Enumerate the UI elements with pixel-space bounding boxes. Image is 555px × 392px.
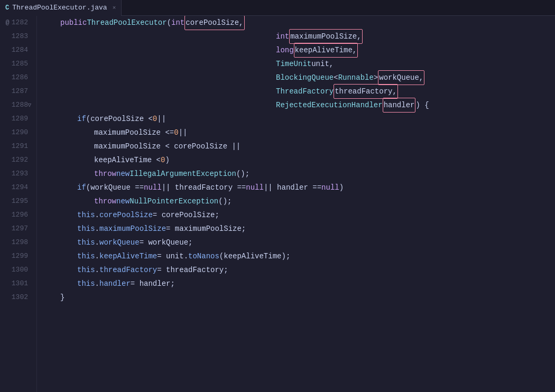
tab-bar: C ThreadPoolExecutor.java × [0, 0, 555, 16]
kw-if-2: if [77, 181, 86, 194]
param-threadfactory-box: threadFactory, [334, 84, 398, 99]
param-threadfactory: threadFactory, [335, 87, 397, 96]
gutter-line-1283: 1283 [0, 30, 32, 43]
line-num-1301: 1301 [12, 277, 28, 291]
line-num-1298: 1298 [12, 236, 28, 249]
code-line-1300: this . threadFactory = threadFactory; [43, 263, 555, 277]
bookmark-icon-1288: ▽ [27, 98, 31, 112]
line-num-1287: 1287 [12, 85, 28, 98]
gutter-line-1282: @ 1282 [0, 16, 32, 30]
code-line-1296: this . corePoolSize = corePoolSize; [43, 208, 555, 222]
param-corepoolsize: corePoolSize, [186, 18, 243, 27]
gutter-line-1284: 1284 [0, 43, 32, 57]
line-num-1299: 1299 [12, 249, 28, 263]
cond-paren-1: (corePoolSize < [86, 112, 153, 126]
gutter-line-1291: 1291 [0, 139, 32, 153]
code-line-1290: maximumPoolSize <= 0 || [43, 126, 555, 139]
param-workqueue-box: workQueue, [378, 70, 424, 85]
line-num-1291: 1291 [12, 139, 28, 153]
assign-5: = threadFactory; [157, 263, 228, 277]
this-dot-4: . [95, 249, 99, 263]
op-or-1: || [157, 112, 166, 126]
param-unit: unit, [311, 57, 334, 71]
type-nullpointer: NullPointerException [130, 194, 218, 208]
cond-paren-close: ) [165, 153, 169, 167]
op-or-2: || [179, 126, 188, 139]
line-num-1283: 1283 [12, 30, 28, 43]
kw-this-4: this [77, 249, 95, 263]
kw-this-6: this [77, 277, 95, 291]
method-tonanos: toNanos [188, 249, 219, 263]
kw-null-1: null [144, 181, 162, 194]
type-threadpoolexecutor: ThreadPoolExecutor [87, 16, 166, 30]
line-num-1290: 1290 [12, 126, 28, 139]
editor-area: @ 1282 1283 1284 1285 1286 1287 1288 ▽ 1… [0, 16, 555, 392]
gutter-line-1286: 1286 [0, 71, 32, 85]
line-num-1284: 1284 [12, 43, 28, 57]
param-handler: handler [384, 101, 415, 109]
line-num-1292: 1292 [12, 153, 28, 167]
code-content: public ThreadPoolExecutor ( int corePool… [37, 16, 555, 392]
generic-close: > [374, 71, 378, 85]
kw-this-1: this [77, 208, 95, 222]
file-tab[interactable]: C ThreadPoolExecutor.java × [0, 0, 122, 16]
kw-this-3: this [77, 236, 95, 249]
field-maxpoolsize: maximumPoolSize [99, 222, 166, 236]
kw-this-2: this [77, 222, 95, 236]
line-num-1297: 1297 [12, 222, 28, 236]
type-threadfactory: ThreadFactory [276, 85, 334, 98]
gutter-line-1299: 1299 [0, 249, 32, 263]
line-num-1295: 1295 [12, 194, 28, 208]
type-timeunit: TimeUnit [276, 57, 311, 71]
num-0-3: 0 [161, 153, 165, 167]
code-line-1289: if (corePoolSize < 0 || [43, 112, 555, 126]
gutter-line-1287: 1287 [0, 85, 32, 98]
code-line-1297: this . maximumPoolSize = maximumPoolSize… [43, 222, 555, 236]
gutter-line-1288: 1288 ▽ [0, 98, 32, 112]
type-illegalarg: IllegalArgumentException [130, 167, 236, 181]
kw-if-1: if [77, 112, 86, 126]
gutter-line-1290: 1290 [0, 126, 32, 139]
kw-throw-1: throw [94, 167, 116, 181]
line-num-1293: 1293 [12, 167, 28, 181]
type-runnable: Runnable [338, 71, 374, 85]
code-line-1299: this . keepAliveTime = unit. toNanos (ke… [43, 249, 555, 263]
kw-this-5: this [77, 263, 95, 277]
code-line-1302: } [43, 291, 555, 304]
param-handler-box: handler [383, 98, 416, 113]
paren-open: ( [167, 16, 171, 30]
line-num-1286: 1286 [12, 71, 28, 85]
code-line-1284: long keepAliveTime, [43, 43, 555, 57]
line-num-1302: 1302 [12, 291, 28, 304]
op-or-3: || threadFactory == [162, 181, 246, 194]
close-icon[interactable]: × [113, 5, 116, 11]
line-num-1296: 1296 [12, 208, 28, 222]
code-line-1298: this . workQueue = workQueue; [43, 236, 555, 249]
tab-file-icon: C [5, 4, 9, 12]
line-num-1300: 1300 [12, 263, 28, 277]
assign-1: = corePoolSize; [153, 208, 219, 222]
closing-brace: } [60, 291, 64, 304]
tab-file-label: ThreadPoolExecutor.java [12, 4, 107, 12]
assign-6: = handler; [131, 277, 175, 291]
gutter-line-1301: 1301 [0, 277, 32, 291]
generic-runnable: < [334, 71, 338, 85]
gutter-line-1294: 1294 [0, 181, 32, 194]
closing-paren-brace: ) { [415, 98, 429, 112]
kw-int-1: int [171, 16, 184, 30]
this-dot-6: . [95, 277, 99, 291]
code-line-1294: if (workQueue == null || threadFactory =… [43, 181, 555, 194]
line-num-1282: 1282 [12, 16, 28, 30]
code-line-1285: TimeUnit unit, [43, 57, 555, 71]
field-threadfactory: threadFactory [99, 263, 157, 277]
gutter-line-1300: 1300 [0, 263, 32, 277]
param-workqueue: workQueue, [379, 73, 423, 82]
kw-new-1: new [116, 167, 130, 181]
gutter-line-1297: 1297 [0, 222, 32, 236]
param-keepalivetime-box: keepAliveTime, [294, 43, 358, 58]
kw-long: long [276, 43, 294, 57]
gutter-line-1302: 1302 [0, 291, 32, 304]
assign-3: = workQueue; [140, 236, 193, 249]
param-corepoolsize-box: corePoolSize, [184, 16, 244, 30]
code-line-1292: keepAliveTime < 0 ) [43, 153, 555, 167]
